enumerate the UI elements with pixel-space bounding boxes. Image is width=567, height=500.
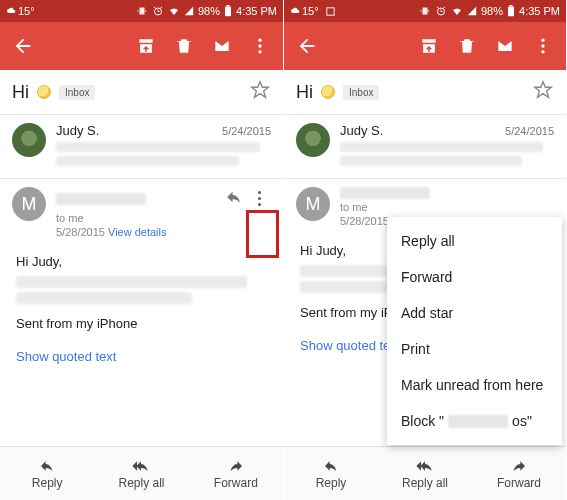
reply-all-button[interactable]: Reply all	[378, 447, 472, 500]
signal-icon	[184, 5, 194, 17]
pane-right: 15° 98% 4:35 PM Hi	[283, 0, 566, 500]
avatar-initial: M	[306, 194, 321, 215]
action-bar	[0, 22, 283, 70]
to-line: to me	[340, 201, 554, 213]
message-collapsed[interactable]: Judy S. 5/24/2015	[0, 115, 283, 178]
more-vert-icon	[533, 36, 553, 56]
overflow-button[interactable]	[241, 22, 279, 70]
archive-button[interactable]	[127, 22, 165, 70]
reply-button[interactable]: Reply	[0, 447, 94, 500]
message-date: 5/28/2015	[340, 215, 389, 227]
arrow-left-icon	[12, 35, 34, 57]
menu-reply-all[interactable]: Reply all	[387, 223, 562, 259]
status-temp: 15°	[302, 5, 319, 17]
battery-icon	[507, 5, 515, 17]
status-bar: 15° 98% 4:35 PM	[284, 0, 566, 22]
arrow-left-icon	[296, 35, 318, 57]
pane-left: 15° 98% 4:35 PM Hi	[0, 0, 283, 500]
svg-rect-6	[326, 7, 333, 14]
menu-mark-unread[interactable]: Mark unread from here	[387, 367, 562, 403]
star-outline-icon	[249, 79, 271, 101]
inbox-label: Inbox	[343, 85, 379, 100]
body-redacted	[300, 265, 400, 277]
svg-point-11	[541, 44, 544, 47]
message-collapsed[interactable]: Judy S. 5/24/2015	[284, 115, 566, 178]
trash-icon	[457, 36, 477, 56]
back-button[interactable]	[288, 22, 326, 70]
reply-icon	[225, 188, 243, 206]
view-details-link[interactable]: View details	[108, 226, 167, 238]
reply-all-label: Reply all	[118, 476, 164, 490]
reply-icon	[321, 458, 341, 474]
message-expanded-header: M to me 5/28/2015 View details	[0, 179, 283, 246]
avatar	[296, 123, 330, 157]
status-bar: 15° 98% 4:35 PM	[0, 0, 283, 22]
sender-name: Judy S.	[56, 123, 99, 138]
reply-all-icon	[414, 458, 436, 474]
snippet-redacted	[340, 142, 554, 166]
svg-point-3	[258, 39, 261, 42]
mail-icon	[212, 36, 232, 56]
svg-point-12	[541, 50, 544, 53]
reply-icon	[37, 458, 57, 474]
reply-button[interactable]: Reply	[284, 447, 378, 500]
menu-print[interactable]: Print	[387, 331, 562, 367]
subject-text: Hi	[12, 82, 29, 103]
archive-button[interactable]	[410, 22, 448, 70]
menu-forward[interactable]: Forward	[387, 259, 562, 295]
avatar-initial: M	[22, 194, 37, 215]
archive-icon	[419, 36, 439, 56]
archive-icon	[136, 36, 156, 56]
cloud-icon	[290, 6, 300, 16]
star-button[interactable]	[249, 79, 271, 105]
bottom-bar: Reply Reply all Forward	[284, 446, 566, 500]
sender-redacted	[56, 193, 146, 205]
cloud-icon	[6, 6, 16, 16]
reply-label: Reply	[316, 476, 347, 490]
subject-row: Hi Inbox	[284, 70, 566, 114]
svg-point-4	[258, 44, 261, 47]
message-date: 5/24/2015	[505, 125, 554, 137]
bottom-bar: Reply Reply all Forward	[0, 446, 283, 500]
reply-all-button[interactable]: Reply all	[94, 447, 188, 500]
message-overflow-button[interactable]	[247, 187, 271, 210]
body-redacted	[300, 281, 388, 293]
alarm-icon	[435, 5, 447, 17]
status-battery-pct: 98%	[198, 5, 220, 17]
reply-button[interactable]	[225, 188, 243, 210]
inbox-label: Inbox	[59, 85, 95, 100]
menu-block-sender[interactable]: Block "os"	[387, 403, 562, 439]
show-quoted-text-link[interactable]: Show quoted text	[300, 336, 400, 356]
status-icons: 98% 4:35 PM	[136, 5, 277, 17]
forward-label: Forward	[497, 476, 541, 490]
mark-unread-button[interactable]	[203, 22, 241, 70]
show-quoted-text-link[interactable]: Show quoted text	[16, 347, 116, 367]
body-redacted	[16, 292, 192, 304]
moon-icon	[37, 85, 51, 99]
action-bar	[284, 22, 566, 70]
to-line: to me	[56, 212, 271, 224]
avatar: M	[12, 187, 46, 221]
subject-row: Hi Inbox	[0, 70, 283, 114]
svg-rect-8	[508, 7, 514, 17]
menu-add-star[interactable]: Add star	[387, 295, 562, 331]
wifi-icon	[451, 5, 463, 17]
status-icons: 98% 4:35 PM	[419, 5, 560, 17]
status-temp: 15°	[18, 5, 35, 17]
star-button[interactable]	[532, 79, 554, 105]
mark-unread-button[interactable]	[486, 22, 524, 70]
trash-icon	[174, 36, 194, 56]
back-button[interactable]	[4, 22, 42, 70]
sender-redacted	[340, 187, 430, 199]
delete-button[interactable]	[448, 22, 486, 70]
forward-icon	[226, 458, 246, 474]
delete-button[interactable]	[165, 22, 203, 70]
forward-button[interactable]: Forward	[472, 447, 566, 500]
more-vert-icon	[250, 36, 270, 56]
forward-button[interactable]: Forward	[189, 447, 283, 500]
reply-all-icon	[130, 458, 152, 474]
overflow-menu: Reply all Forward Add star Print Mark un…	[387, 217, 562, 445]
subject-text: Hi	[296, 82, 313, 103]
overflow-button[interactable]	[524, 22, 562, 70]
message-date: 5/24/2015	[222, 125, 271, 137]
